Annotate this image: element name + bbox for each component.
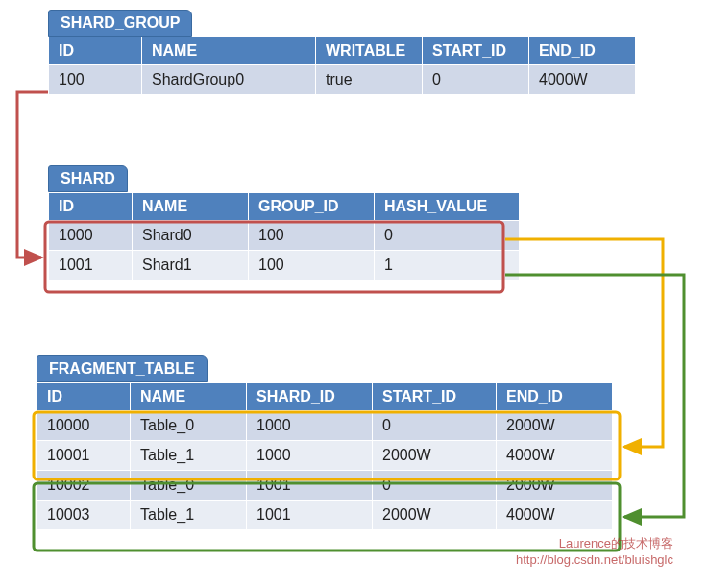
cell: 2000W <box>373 441 497 471</box>
col-start-id: START_ID <box>423 37 529 65</box>
cell: 10001 <box>37 441 131 471</box>
shard-table: ID NAME GROUP_ID HASH_VALUE 1000 Shard0 … <box>48 192 520 281</box>
table-row: 100 ShardGroup0 true 0 4000W <box>49 65 636 95</box>
cell: 1001 <box>247 471 373 501</box>
cell: 100 <box>49 65 142 95</box>
cell: 4000W <box>529 65 636 95</box>
cell: 0 <box>373 411 497 441</box>
cell: 1 <box>375 251 520 281</box>
col-writable: WRITABLE <box>316 37 423 65</box>
cell: 1000 <box>49 221 133 251</box>
watermark-line1: Laurence的技术博客 <box>516 536 673 552</box>
table-row: 10003 Table_1 1001 2000W 4000W <box>37 501 613 530</box>
col-group-id: GROUP_ID <box>249 193 375 221</box>
col-end-id: END_ID <box>529 37 636 65</box>
col-name: NAME <box>131 383 247 411</box>
shard-group-tab: SHARD_GROUP <box>48 10 192 37</box>
cell: 2000W <box>497 471 613 501</box>
fragment-table-tab: FRAGMENT_TABLE <box>37 355 208 382</box>
table-row: 10000 Table_0 1000 0 2000W <box>37 411 613 441</box>
cell: 4000W <box>497 501 613 530</box>
cell: 10002 <box>37 471 131 501</box>
cell: 10000 <box>37 411 131 441</box>
cell: true <box>316 65 423 95</box>
cell: 1000 <box>247 441 373 471</box>
cell: ShardGroup0 <box>142 65 316 95</box>
cell: Table_0 <box>131 471 247 501</box>
cell: 100 <box>249 221 375 251</box>
cell: 0 <box>375 221 520 251</box>
col-name: NAME <box>133 193 249 221</box>
col-id: ID <box>49 37 142 65</box>
table-row: 1001 Shard1 100 1 <box>49 251 520 281</box>
col-start-id: START_ID <box>373 383 497 411</box>
shard-tab: SHARD <box>48 165 128 192</box>
col-hash-value: HASH_VALUE <box>375 193 520 221</box>
watermark-line2: http://blog.csdn.net/bluishglc <box>516 552 673 569</box>
cell: 0 <box>373 471 497 501</box>
cell: Shard0 <box>133 221 249 251</box>
watermark: Laurence的技术博客 http://blog.csdn.net/bluis… <box>516 536 673 569</box>
col-shard-id: SHARD_ID <box>247 383 373 411</box>
cell: Table_1 <box>131 441 247 471</box>
cell: 4000W <box>497 441 613 471</box>
table-row: 10002 Table_0 1001 0 2000W <box>37 471 613 501</box>
cell: 10003 <box>37 501 131 530</box>
col-name: NAME <box>142 37 316 65</box>
cell: 0 <box>423 65 529 95</box>
col-id: ID <box>49 193 133 221</box>
table-row: 10001 Table_1 1000 2000W 4000W <box>37 441 613 471</box>
cell: Table_1 <box>131 501 247 530</box>
cell: 1001 <box>247 501 373 530</box>
arrow-group-to-shard <box>17 92 48 257</box>
shard-group-table: ID NAME WRITABLE START_ID END_ID 100 Sha… <box>48 37 636 95</box>
cell: 100 <box>249 251 375 281</box>
col-end-id: END_ID <box>497 383 613 411</box>
cell: 2000W <box>497 411 613 441</box>
col-id: ID <box>37 383 131 411</box>
cell: 1001 <box>49 251 133 281</box>
cell: Table_0 <box>131 411 247 441</box>
cell: Shard1 <box>133 251 249 281</box>
table-row: 1000 Shard0 100 0 <box>49 221 520 251</box>
cell: 1000 <box>247 411 373 441</box>
cell: 2000W <box>373 501 497 530</box>
fragment-table: ID NAME SHARD_ID START_ID END_ID 10000 T… <box>37 382 613 530</box>
